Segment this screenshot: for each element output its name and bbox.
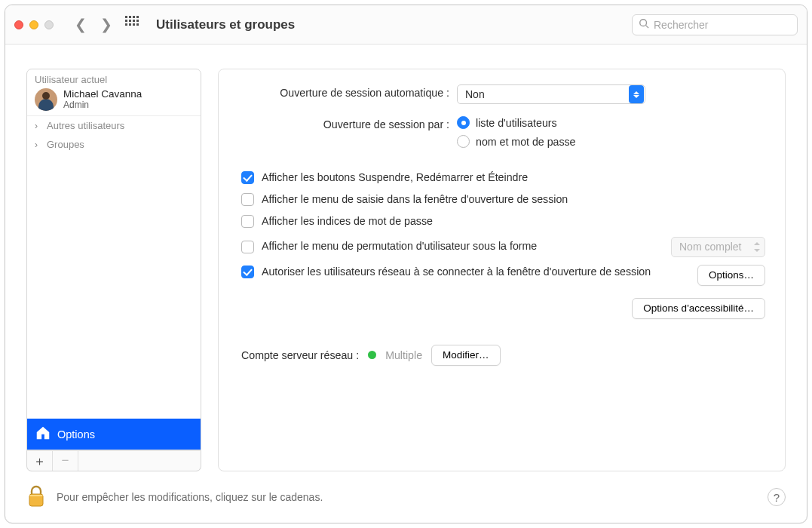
sidebar-item-label: Autres utilisateurs [47, 120, 124, 131]
back-button[interactable]: ❮ [70, 14, 91, 35]
checkbox-password-hints[interactable]: Afficher les indices de mot de passe [238, 214, 765, 229]
checkbox-network-users[interactable]: Autoriser les utilisateurs réseau à se c… [241, 265, 651, 279]
lock-hint-text: Pour empêcher les modifications, cliquez… [57, 491, 323, 503]
checkbox-fast-user-switch[interactable]: Afficher le menu de permutation d'utilis… [241, 239, 537, 253]
user-name: Michael Cavanna [63, 88, 142, 100]
svg-rect-2 [133, 16, 135, 18]
chevron-right-icon: › [35, 121, 44, 131]
radio-label: liste d'utilisateurs [476, 117, 557, 129]
sidebar: Utilisateur actuel Michael Cavanna Admin… [26, 69, 201, 471]
minus-icon: − [62, 453, 69, 468]
show-all-prefs-button[interactable] [121, 14, 142, 35]
svg-rect-4 [125, 20, 127, 22]
network-users-options-button[interactable]: Options… [697, 265, 765, 286]
login-by-label: Ouverture de session par : [238, 116, 449, 130]
fast-user-switch-select[interactable]: Nom complet [671, 237, 765, 257]
network-account-edit-button[interactable]: Modifier… [431, 345, 501, 366]
radio-icon-off [457, 135, 470, 148]
sidebar-item-label: Options [57, 428, 95, 441]
forward-button[interactable]: ❯ [96, 14, 117, 35]
login-options-panel: Ouverture de session automatique : Non O… [218, 69, 786, 471]
svg-line-13 [646, 26, 649, 29]
chevron-right-icon: › [35, 140, 44, 150]
close-window-button[interactable] [14, 20, 23, 29]
remove-user-button[interactable]: − [53, 451, 78, 471]
checkbox-sleep-restart-shutdown[interactable]: Afficher les boutons Suspendre, Redémarr… [238, 170, 765, 185]
checkbox-icon [241, 215, 254, 228]
minimize-window-button[interactable] [29, 20, 38, 29]
sidebar-login-options[interactable]: Options [27, 419, 201, 450]
network-account-value: Multiple [385, 349, 422, 361]
svg-point-12 [640, 20, 647, 26]
checkbox-label: Afficher le menu de saisie dans la fenêt… [262, 192, 568, 207]
plus-icon: ＋ [33, 454, 46, 468]
preferences-window: ❮ ❯ Utilisateurs et groupes [5, 5, 807, 523]
svg-rect-6 [133, 20, 135, 22]
titlebar: ❮ ❯ Utilisateurs et groupes [5, 5, 807, 45]
checkbox-input-menu[interactable]: Afficher le menu de saisie dans la fenêt… [238, 192, 765, 207]
status-dot-green [368, 351, 376, 359]
question-mark-icon: ? [774, 491, 780, 504]
sidebar-item-other-users[interactable]: › Autres utilisateurs [27, 116, 201, 135]
footer: Pour empêcher les modifications, cliquez… [5, 479, 807, 523]
popup-arrows-icon [629, 85, 644, 103]
accessibility-options-button[interactable]: Options d'accessibilité… [632, 298, 765, 319]
checkbox-label: Autoriser les utilisateurs réseau à se c… [262, 265, 651, 279]
auto-login-value: Non [465, 88, 485, 100]
checkbox-icon [241, 266, 254, 278]
chevron-left-icon: ❮ [75, 16, 87, 33]
svg-rect-11 [136, 23, 139, 26]
sidebar-heading-current-user: Utilisateur actuel [27, 69, 201, 87]
svg-rect-8 [125, 23, 127, 26]
help-button[interactable]: ? [768, 488, 786, 506]
checkbox-icon [241, 241, 254, 253]
checkbox-icon [241, 193, 254, 206]
zoom-window-button[interactable] [44, 20, 54, 29]
svg-rect-3 [136, 16, 139, 18]
auto-login-label: Ouverture de session automatique : [238, 84, 449, 99]
checkbox-label: Afficher le menu de permutation d'utilis… [262, 239, 537, 253]
search-field[interactable] [632, 14, 798, 35]
checkbox-icon [241, 171, 254, 184]
svg-rect-15 [30, 495, 43, 496]
select-value: Nom complet [679, 241, 741, 253]
svg-rect-9 [129, 23, 131, 26]
login-by-user-list-radio[interactable]: liste d'utilisateurs [457, 116, 576, 129]
auto-login-select[interactable]: Non [457, 84, 645, 104]
network-account-label: Compte serveur réseau : [241, 349, 359, 361]
house-icon [35, 425, 51, 444]
user-role: Admin [63, 100, 142, 111]
chevron-right-icon: ❯ [100, 16, 112, 33]
search-icon [639, 18, 654, 31]
window-title: Utilisateurs et groupes [156, 17, 627, 32]
checkbox-label: Afficher les indices de mot de passe [262, 214, 433, 229]
sidebar-current-user[interactable]: Michael Cavanna Admin [27, 87, 201, 116]
search-input[interactable] [654, 19, 791, 31]
radio-icon-on [457, 116, 470, 129]
svg-rect-1 [129, 16, 131, 18]
login-by-name-password-radio[interactable]: nom et mot de passe [457, 135, 576, 148]
grid-icon [125, 16, 139, 33]
svg-rect-0 [125, 16, 127, 18]
radio-label: nom et mot de passe [476, 136, 576, 148]
sidebar-item-groups[interactable]: › Groupes [27, 135, 201, 154]
avatar [35, 88, 57, 111]
checkbox-label: Afficher les boutons Suspendre, Redémarr… [262, 170, 528, 185]
lock-button[interactable] [26, 484, 46, 510]
svg-rect-7 [136, 20, 139, 22]
svg-rect-10 [133, 23, 135, 26]
sidebar-footer: ＋ − [26, 450, 201, 471]
sidebar-item-label: Groupes [47, 139, 84, 150]
traffic-lights [14, 20, 54, 29]
svg-rect-5 [129, 20, 131, 22]
add-user-button[interactable]: ＋ [27, 451, 53, 471]
